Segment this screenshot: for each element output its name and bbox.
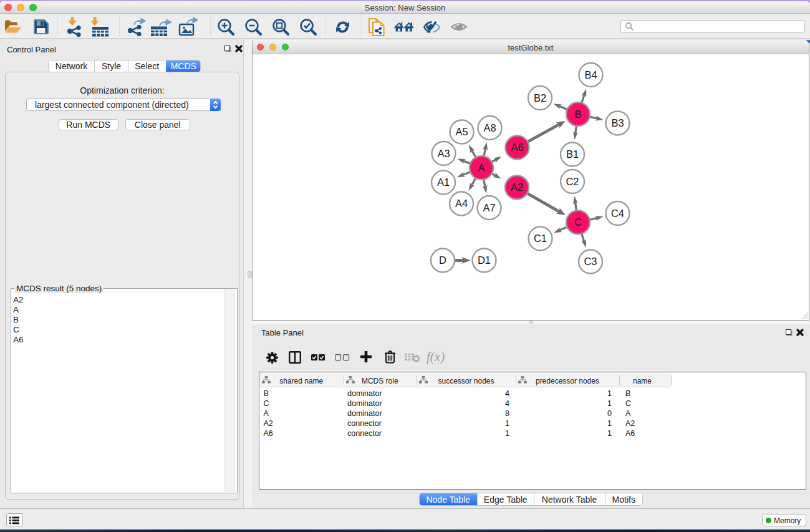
svg-text:A: A [478, 162, 485, 173]
svg-text:A2: A2 [511, 181, 523, 193]
svg-text:B4: B4 [584, 69, 597, 80]
svg-text:B3: B3 [611, 117, 624, 128]
svg-text:D1: D1 [478, 254, 491, 266]
svg-text:A4: A4 [455, 198, 468, 209]
svg-text:A6: A6 [511, 142, 523, 153]
svg-text:B: B [574, 109, 581, 120]
svg-text:A8: A8 [483, 122, 496, 133]
svg-text:C4: C4 [611, 208, 624, 219]
svg-text:C3: C3 [584, 256, 597, 267]
svg-text:C2: C2 [566, 176, 579, 187]
svg-text:D: D [439, 254, 446, 266]
svg-text:A7: A7 [483, 202, 495, 213]
svg-text:C1: C1 [534, 233, 547, 244]
svg-text:A1: A1 [437, 177, 450, 188]
svg-text:A5: A5 [455, 126, 468, 137]
svg-text:C: C [574, 216, 582, 228]
svg-text:B1: B1 [566, 148, 579, 160]
svg-text:A3: A3 [437, 148, 450, 159]
svg-text:B2: B2 [534, 92, 546, 104]
